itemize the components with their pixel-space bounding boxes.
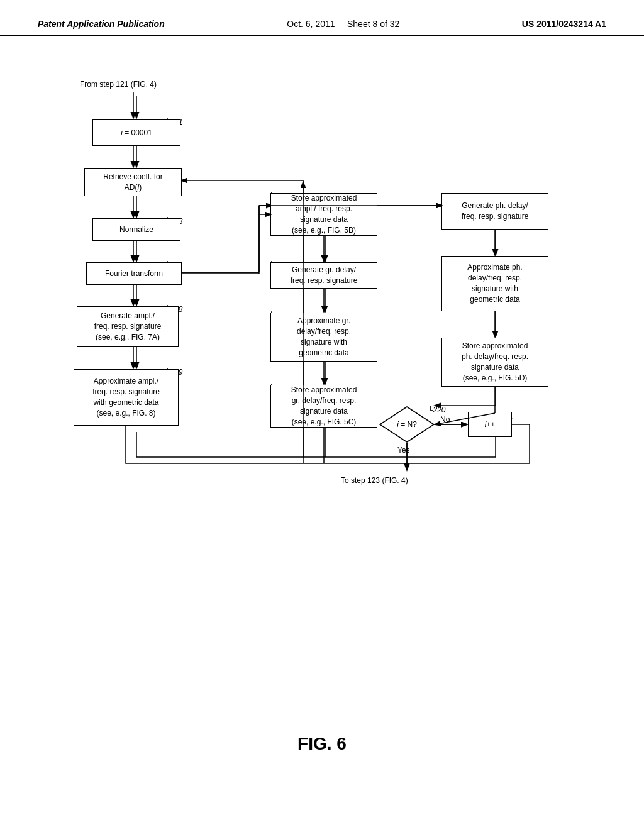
box-211: Generate gr. delay/freq. resp. signature: [270, 262, 377, 289]
box-202: Retrieve coeff. forAD(i): [84, 168, 182, 196]
header: Patent Application Publication Oct. 6, 2…: [0, 0, 644, 36]
page: Patent Application Publication Oct. 6, 2…: [0, 0, 644, 830]
diamond-220: i = N?: [379, 406, 435, 443]
header-patent-number: US 2011/0243214 A1: [522, 19, 606, 29]
fig-caption: FIG. 6: [0, 734, 644, 773]
box-201: i = 00001: [92, 119, 180, 146]
to-step-text: To step 123 (FIG. 4): [341, 476, 408, 485]
box-204: Fourier transform: [86, 262, 182, 285]
header-date: Oct. 6, 2011: [287, 19, 335, 29]
box-218: Approximate ph.delay/freq. resp.signatur…: [441, 256, 548, 311]
header-publication: Patent Application Publication: [38, 19, 165, 29]
box-208: Generate ampl./freq. resp. signature(see…: [77, 306, 179, 347]
box-219: Store approximatedph. delay/freq. resp.s…: [441, 338, 548, 387]
box-217: Generate ph. delay/freq. resp. signature: [441, 193, 548, 230]
from-step-text: From step 121 (FIG. 4): [80, 80, 157, 89]
box-210: Store approximatedampl./ freq. resp.sign…: [270, 193, 377, 236]
no-label: No: [440, 415, 450, 424]
diagram-area: From step 121 (FIG. 4) └201 i = 00001 └2…: [39, 61, 605, 721]
box-203: Normalize: [92, 218, 180, 241]
header-date-sheet: Oct. 6, 2011 Sheet 8 of 32: [287, 19, 399, 29]
box-212: Approximate gr.delay/freq. resp.signatur…: [270, 313, 377, 362]
yes-label: Yes: [397, 446, 410, 455]
header-sheet: Sheet 8 of 32: [347, 19, 399, 29]
box-209: Approximate ampl./freq. resp. signaturew…: [74, 369, 179, 426]
box-221: i ++: [468, 412, 512, 437]
box-216: Store approximatedgr. delay/freq. resp.s…: [270, 385, 377, 428]
